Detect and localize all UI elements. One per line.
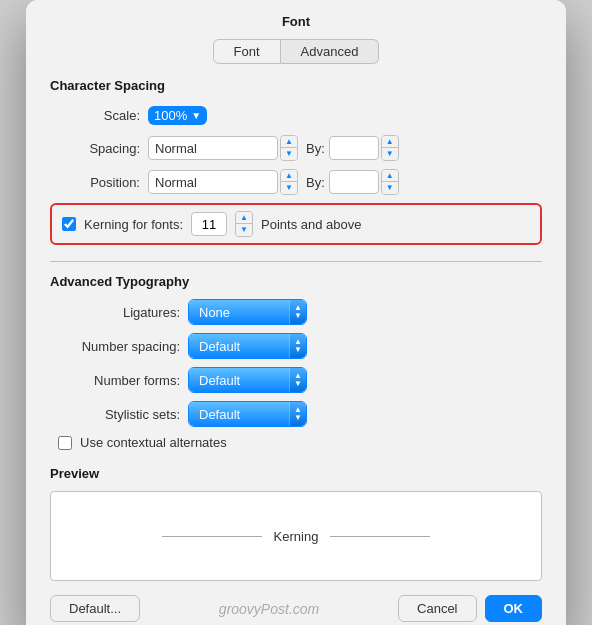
preview-title: Preview: [50, 466, 542, 481]
watermark: groovyPost.com: [219, 601, 319, 617]
divider: [50, 261, 542, 262]
spacing-up-btn[interactable]: ▲: [281, 136, 297, 148]
contextual-row: Use contextual alternates: [58, 435, 542, 450]
tab-advanced[interactable]: Advanced: [281, 39, 380, 64]
spacing-by-spinner[interactable]: ▲ ▼: [381, 135, 399, 161]
advanced-typography-section: Advanced Typography Ligatures: None ▲ ▼ …: [50, 274, 542, 450]
kerning-up-btn[interactable]: ▲: [236, 212, 252, 224]
number-forms-value: Default: [189, 368, 289, 392]
spacing-spinner[interactable]: ▲ ▼: [280, 135, 298, 161]
ligatures-label: Ligatures:: [50, 305, 180, 320]
preview-line: Kerning: [162, 529, 431, 544]
tab-font[interactable]: Font: [213, 39, 281, 64]
character-spacing-section: Character Spacing Scale: 100% ▼ Spacing:…: [50, 78, 542, 245]
number-forms-arrows[interactable]: ▲ ▼: [289, 368, 306, 392]
stylistic-arrows[interactable]: ▲ ▼: [289, 402, 306, 426]
position-select-container: Normal ▲ ▼: [148, 169, 298, 195]
ligatures-arrows[interactable]: ▲ ▼: [289, 300, 306, 324]
font-dialog: Font Font Advanced Character Spacing Sca…: [26, 0, 566, 625]
scale-row: Scale: 100% ▼: [50, 103, 542, 127]
default-button[interactable]: Default...: [50, 595, 140, 622]
spacing-select-container: Normal ▲ ▼: [148, 135, 298, 161]
spacing-by-down-btn[interactable]: ▼: [382, 148, 398, 160]
preview-text: Kerning: [274, 529, 319, 544]
contextual-checkbox[interactable]: [58, 436, 72, 450]
kerning-spinner[interactable]: ▲ ▼: [235, 211, 253, 237]
spacing-label: Spacing:: [50, 141, 140, 156]
spacing-by-label: By:: [306, 141, 325, 156]
number-spacing-value: Default: [189, 334, 289, 358]
preview-rule-left: [162, 536, 262, 537]
scale-dropdown[interactable]: 100% ▼: [148, 106, 207, 125]
ligatures-value: None: [189, 300, 289, 324]
main-content: Character Spacing Scale: 100% ▼ Spacing:…: [26, 78, 566, 581]
dialog-title: Font: [26, 0, 566, 39]
position-by-up-btn[interactable]: ▲: [382, 170, 398, 182]
scale-label: Scale:: [50, 108, 140, 123]
character-spacing-title: Character Spacing: [50, 78, 542, 93]
number-forms-select-container[interactable]: Default ▲ ▼: [188, 367, 307, 393]
spacing-row: Spacing: Normal ▲ ▼ By: ▲ ▼: [50, 135, 542, 161]
kerning-checkbox[interactable]: [62, 217, 76, 231]
number-forms-label: Number forms:: [50, 373, 180, 388]
position-up-btn[interactable]: ▲: [281, 170, 297, 182]
preview-rule-right: [330, 536, 430, 537]
position-by-spinner[interactable]: ▲ ▼: [381, 169, 399, 195]
ligatures-select-container[interactable]: None ▲ ▼: [188, 299, 307, 325]
number-spacing-row: Number spacing: Default ▲ ▼: [50, 333, 542, 359]
stylistic-label: Stylistic sets:: [50, 407, 180, 422]
number-spacing-select-container[interactable]: Default ▲ ▼: [188, 333, 307, 359]
position-spinner[interactable]: ▲ ▼: [280, 169, 298, 195]
position-row: Position: Normal ▲ ▼ By: ▲ ▼: [50, 169, 542, 195]
ligatures-row: Ligatures: None ▲ ▼: [50, 299, 542, 325]
ok-button[interactable]: OK: [485, 595, 543, 622]
stylistic-down-icon: ▼: [294, 414, 302, 422]
spacing-by-up-btn[interactable]: ▲: [382, 136, 398, 148]
number-spacing-arrows[interactable]: ▲ ▼: [289, 334, 306, 358]
kerning-section: Kerning for fonts: ▲ ▼ Points and above: [50, 203, 542, 245]
scale-arrow-icon: ▼: [191, 110, 201, 121]
position-label: Position:: [50, 175, 140, 190]
position-select[interactable]: Normal: [148, 170, 278, 194]
footer-right-buttons: Cancel OK: [398, 595, 542, 622]
spacing-down-btn[interactable]: ▼: [281, 148, 297, 160]
ligatures-down-icon: ▼: [294, 312, 302, 320]
spacing-by-input[interactable]: [329, 136, 379, 160]
tab-bar: Font Advanced: [26, 39, 566, 64]
number-forms-down-icon: ▼: [294, 380, 302, 388]
kerning-value-input[interactable]: [191, 212, 227, 236]
spacing-select[interactable]: Normal: [148, 136, 278, 160]
scale-value: 100%: [154, 108, 187, 123]
position-by-label: By:: [306, 175, 325, 190]
preview-box: Kerning: [50, 491, 542, 581]
advanced-typography-title: Advanced Typography: [50, 274, 542, 289]
position-by-input[interactable]: [329, 170, 379, 194]
footer: Default... groovyPost.com Cancel OK: [26, 581, 566, 622]
number-forms-row: Number forms: Default ▲ ▼: [50, 367, 542, 393]
number-spacing-label: Number spacing:: [50, 339, 180, 354]
kerning-down-btn[interactable]: ▼: [236, 224, 252, 236]
cancel-button[interactable]: Cancel: [398, 595, 476, 622]
contextual-label: Use contextual alternates: [80, 435, 227, 450]
stylistic-value: Default: [189, 402, 289, 426]
kerning-suffix: Points and above: [261, 217, 361, 232]
position-down-btn[interactable]: ▼: [281, 182, 297, 194]
kerning-label: Kerning for fonts:: [84, 217, 183, 232]
stylistic-row: Stylistic sets: Default ▲ ▼: [50, 401, 542, 427]
stylistic-select-container[interactable]: Default ▲ ▼: [188, 401, 307, 427]
position-by-down-btn[interactable]: ▼: [382, 182, 398, 194]
number-spacing-down-icon: ▼: [294, 346, 302, 354]
preview-section: Preview Kerning: [50, 466, 542, 581]
